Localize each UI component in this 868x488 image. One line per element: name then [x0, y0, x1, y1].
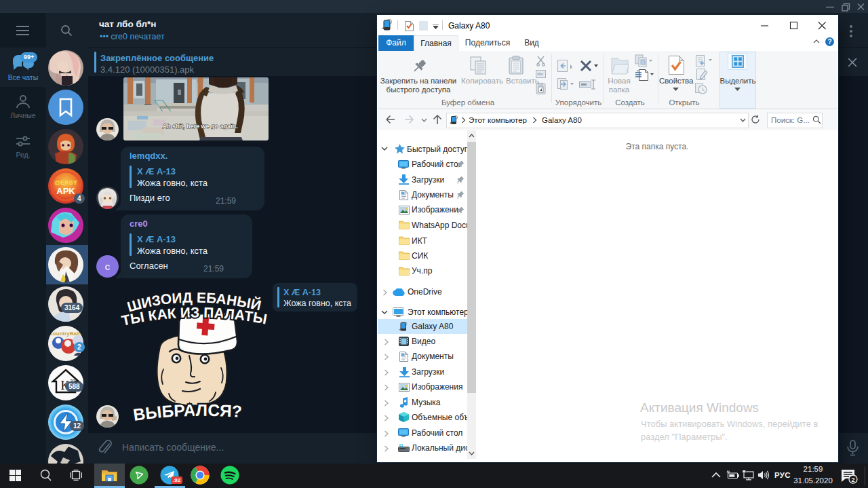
- svg-text:@EASY: @EASY: [54, 179, 77, 186]
- svg-text:ВЫБРАЛСЯ?: ВЫБРАЛСЯ?: [132, 402, 243, 424]
- svg-text:2: 2: [851, 476, 854, 483]
- svg-text:Ah shit, here we go again.: Ah shit, here we go again.: [162, 123, 237, 130]
- svg-text:APK: APK: [56, 186, 75, 196]
- svg-text:Mw: Mw: [536, 72, 543, 76]
